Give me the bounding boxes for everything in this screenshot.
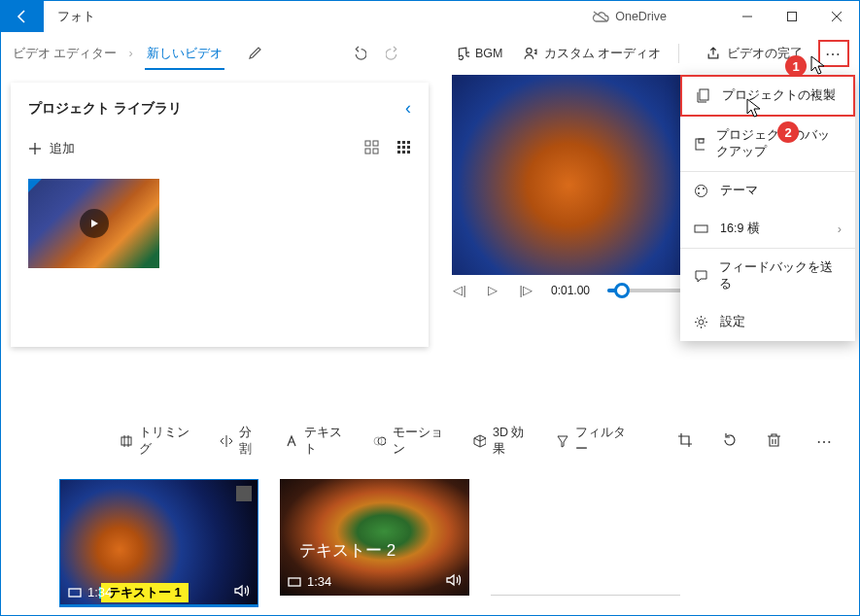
- grid-large-icon[interactable]: [364, 140, 379, 157]
- text-button[interactable]: テキスト: [285, 425, 352, 458]
- library-thumbnail[interactable]: [28, 179, 159, 268]
- undo-button[interactable]: [343, 40, 374, 67]
- 3d-effects-button[interactable]: 3D 効果: [473, 425, 534, 458]
- svg-rect-36: [69, 589, 81, 597]
- minimize-button[interactable]: [725, 1, 770, 32]
- clip-checkbox[interactable]: [236, 486, 252, 501]
- storyboard: テキストー 1 1:34 テキストー 2 1:34: [1, 465, 859, 616]
- clip-duration: 1:34: [87, 585, 112, 599]
- svg-rect-21: [700, 89, 708, 100]
- feedback-icon: [694, 269, 707, 284]
- svg-point-5: [526, 49, 531, 53]
- storyboard-clip-2[interactable]: テキストー 2 1:34: [280, 479, 469, 596]
- close-button[interactable]: [814, 1, 859, 32]
- library-collapse-button[interactable]: ‹: [405, 98, 411, 119]
- delete-button[interactable]: [767, 432, 781, 451]
- export-icon: [705, 46, 721, 61]
- svg-rect-30: [121, 437, 131, 445]
- svg-rect-2: [788, 13, 797, 21]
- cube-icon: [473, 434, 486, 448]
- svg-rect-37: [289, 578, 300, 586]
- custom-audio-button[interactable]: カスタム オーディオ: [515, 40, 669, 68]
- redo-button[interactable]: [378, 40, 409, 67]
- library-panel: プロジェクト ライブラリ ‹ 追加: [11, 83, 429, 347]
- clip-text-label: テキストー 2: [299, 539, 396, 562]
- storyboard-clip-1[interactable]: テキストー 1 1:34: [59, 479, 258, 607]
- annotation-callout-1: 1: [785, 55, 807, 77]
- volume-icon[interactable]: [234, 584, 250, 600]
- save-icon: [694, 137, 705, 152]
- cloud-icon: [592, 11, 609, 22]
- motion-icon: [373, 434, 386, 448]
- text-icon: [285, 434, 297, 448]
- trim-icon: [120, 434, 132, 448]
- storyboard-placeholder[interactable]: [491, 479, 680, 596]
- copy-icon: [696, 88, 710, 103]
- chevron-right-icon: ›: [128, 47, 132, 60]
- breadcrumb-current[interactable]: 新しいビデオ: [145, 38, 224, 70]
- play-icon: [80, 209, 109, 238]
- svg-rect-12: [397, 141, 400, 144]
- crop-button[interactable]: [677, 432, 693, 451]
- split-button[interactable]: 分割: [220, 425, 262, 458]
- cursor-icon: [810, 55, 828, 77]
- clip-more-button[interactable]: ⋯: [816, 432, 834, 451]
- annotation-callout-2: 2: [777, 121, 799, 143]
- svg-rect-14: [407, 141, 410, 144]
- svg-rect-11: [373, 149, 378, 154]
- svg-rect-23: [699, 139, 704, 143]
- menu-settings[interactable]: 設定: [680, 303, 855, 341]
- filter-button[interactable]: フィルター: [556, 425, 635, 458]
- svg-rect-18: [397, 151, 400, 154]
- main-toolbar: ビデオ エディター › 新しいビデオ BGM カスタム オーディオ ビデオの完了…: [1, 32, 859, 75]
- maximize-button[interactable]: [770, 1, 814, 32]
- breadcrumb: ビデオ エディター › 新しいビデオ: [13, 38, 263, 70]
- svg-point-26: [703, 188, 705, 189]
- motion-button[interactable]: モーション: [373, 425, 452, 458]
- prev-frame-button[interactable]: ◁|: [452, 283, 467, 297]
- music-icon: [454, 46, 469, 61]
- svg-rect-10: [365, 149, 370, 154]
- svg-rect-17: [407, 146, 410, 149]
- svg-point-25: [698, 188, 700, 189]
- svg-point-27: [698, 192, 700, 194]
- aspect-icon: [694, 222, 708, 236]
- rotate-button[interactable]: [722, 432, 738, 451]
- svg-rect-13: [402, 141, 405, 144]
- svg-rect-8: [365, 141, 370, 146]
- split-icon: [220, 434, 232, 448]
- breadcrumb-parent[interactable]: ビデオ エディター: [13, 46, 117, 62]
- more-menu: プロジェクトの複製 プロジェクトのバックアップ テーマ 16:9 横 › フィー…: [680, 75, 855, 341]
- menu-theme[interactable]: テーマ: [680, 172, 855, 210]
- pencil-icon[interactable]: [248, 45, 263, 63]
- next-frame-button[interactable]: |▷: [518, 283, 533, 297]
- add-media-button[interactable]: 追加: [28, 141, 75, 157]
- menu-backup-project[interactable]: プロジェクトのバックアップ: [680, 117, 855, 171]
- menu-feedback[interactable]: フィードバックを送る: [680, 249, 855, 303]
- chevron-right-icon: ›: [838, 222, 842, 236]
- cursor-icon: [746, 98, 764, 120]
- volume-icon[interactable]: [446, 573, 462, 590]
- bgm-button[interactable]: BGM: [446, 40, 510, 67]
- library-title: プロジェクト ライブラリ: [28, 100, 182, 118]
- play-button[interactable]: ▷: [485, 283, 500, 297]
- trim-button[interactable]: トリミング: [120, 425, 198, 458]
- titlebar: フォト OneDrive: [1, 1, 859, 32]
- clip-edit-toolbar: トリミング 分割 テキスト モーション 3D 効果 フィルター ⋯: [1, 417, 859, 465]
- menu-aspect-ratio[interactable]: 16:9 横 ›: [680, 210, 855, 248]
- app-title: フォト: [57, 9, 95, 25]
- onedrive-button[interactable]: OneDrive: [592, 10, 667, 23]
- plus-icon: [28, 142, 42, 155]
- svg-point-24: [696, 186, 707, 197]
- grid-small-icon[interactable]: [396, 140, 411, 157]
- svg-rect-15: [397, 146, 400, 149]
- back-button[interactable]: [1, 1, 44, 32]
- menu-duplicate-project[interactable]: プロジェクトの複製: [680, 75, 855, 117]
- svg-point-29: [699, 320, 704, 325]
- current-time: 0:01.00: [551, 284, 590, 297]
- person-audio-icon: [523, 46, 538, 61]
- svg-rect-28: [695, 225, 707, 232]
- duration-icon: [68, 587, 82, 599]
- svg-rect-9: [373, 141, 378, 146]
- svg-rect-19: [402, 151, 405, 154]
